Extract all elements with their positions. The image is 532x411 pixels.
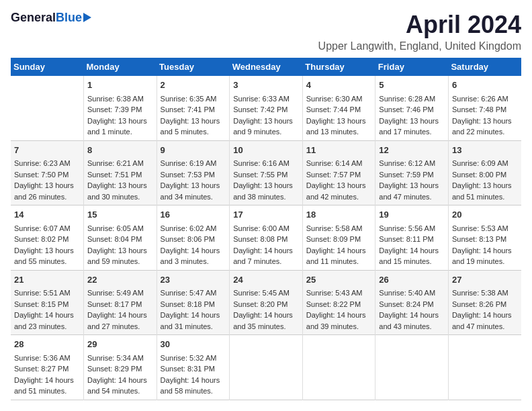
daylight-text: Daylight: 13 hours and 55 minutes. <box>14 246 74 266</box>
sunrise-text: Sunrise: 6:33 AM <box>233 95 290 103</box>
calendar-cell: 25Sunrise: 5:43 AMSunset: 8:22 PMDayligh… <box>302 270 375 335</box>
calendar-cell: 14Sunrise: 6:07 AMSunset: 8:02 PMDayligh… <box>11 205 84 271</box>
calendar-cell: 17Sunrise: 6:00 AMSunset: 8:08 PMDayligh… <box>230 205 303 271</box>
calendar-cell: 19Sunrise: 5:56 AMSunset: 8:11 PMDayligh… <box>375 205 449 271</box>
day-number: 11 <box>306 144 372 157</box>
day-number: 16 <box>161 208 226 222</box>
calendar-cell: 5Sunrise: 6:28 AMSunset: 7:46 PMDaylight… <box>375 76 449 140</box>
sunset-text: Sunset: 8:22 PM <box>306 300 361 308</box>
day-number: 29 <box>87 338 153 351</box>
sunrise-text: Sunrise: 6:02 AM <box>161 224 217 232</box>
sunset-text: Sunset: 7:48 PM <box>452 105 506 113</box>
calendar-table: SundayMondayTuesdayWednesdayThursdayFrid… <box>11 58 521 400</box>
calendar-cell: 10Sunrise: 6:16 AMSunset: 7:55 PMDayligh… <box>230 140 303 205</box>
day-number: 4 <box>306 79 372 92</box>
sunset-text: Sunset: 8:24 PM <box>379 300 433 308</box>
daylight-text: Daylight: 13 hours and 17 minutes. <box>379 117 439 136</box>
calendar-cell: 4Sunrise: 6:30 AMSunset: 7:44 PMDaylight… <box>302 76 375 140</box>
sunset-text: Sunset: 7:51 PM <box>87 171 142 179</box>
sunrise-text: Sunrise: 5:36 AM <box>14 354 71 362</box>
day-number: 13 <box>452 144 518 157</box>
calendar-cell: 9Sunrise: 6:19 AMSunset: 7:53 PMDaylight… <box>157 140 230 205</box>
day-number: 5 <box>379 79 445 92</box>
daylight-text: Daylight: 13 hours and 22 minutes. <box>452 117 512 136</box>
daylight-text: Daylight: 14 hours and 31 minutes. <box>161 311 220 330</box>
day-number: 19 <box>379 208 445 222</box>
logo-blue: Blue <box>56 11 82 25</box>
title-section: April 2024 Upper Langwith, England, Unit… <box>318 11 521 52</box>
daylight-text: Daylight: 13 hours and 51 minutes. <box>452 181 512 201</box>
day-number: 25 <box>306 273 372 287</box>
daylight-text: Daylight: 14 hours and 51 minutes. <box>14 376 74 396</box>
calendar-week-row: 28Sunrise: 5:36 AMSunset: 8:27 PMDayligh… <box>11 335 521 400</box>
sunrise-text: Sunrise: 6:35 AM <box>161 95 217 103</box>
calendar-header-thursday: Thursday <box>302 58 375 76</box>
sunrise-text: Sunrise: 6:16 AM <box>233 159 290 167</box>
daylight-text: Daylight: 14 hours and 23 minutes. <box>14 311 74 330</box>
day-number: 10 <box>233 144 299 157</box>
sunset-text: Sunset: 8:00 PM <box>452 171 506 179</box>
calendar-cell: 1Sunrise: 6:38 AMSunset: 7:39 PMDaylight… <box>84 76 157 140</box>
daylight-text: Daylight: 14 hours and 27 minutes. <box>87 311 147 330</box>
calendar-cell: 29Sunrise: 5:34 AMSunset: 8:29 PMDayligh… <box>84 335 157 400</box>
sunset-text: Sunset: 8:18 PM <box>161 300 215 308</box>
calendar-cell: 26Sunrise: 5:40 AMSunset: 8:24 PMDayligh… <box>375 270 449 335</box>
daylight-text: Daylight: 14 hours and 58 minutes. <box>161 376 220 396</box>
calendar-cell: 3Sunrise: 6:33 AMSunset: 7:42 PMDaylight… <box>230 76 303 140</box>
day-number: 3 <box>233 79 299 92</box>
sunrise-text: Sunrise: 5:45 AM <box>233 289 290 297</box>
sunset-text: Sunset: 8:08 PM <box>233 235 287 243</box>
calendar-header-saturday: Saturday <box>448 58 521 76</box>
sunrise-text: Sunrise: 6:00 AM <box>233 224 290 232</box>
sunset-text: Sunset: 7:41 PM <box>161 105 215 113</box>
day-number: 2 <box>161 79 226 92</box>
sunset-text: Sunset: 8:13 PM <box>452 235 506 243</box>
day-number: 17 <box>233 208 299 222</box>
calendar-week-row: 1Sunrise: 6:38 AMSunset: 7:39 PMDaylight… <box>11 76 521 140</box>
calendar-header-row: SundayMondayTuesdayWednesdayThursdayFrid… <box>11 58 521 76</box>
calendar-cell: 22Sunrise: 5:49 AMSunset: 8:17 PMDayligh… <box>84 270 157 335</box>
sunset-text: Sunset: 8:26 PM <box>452 300 506 308</box>
daylight-text: Daylight: 13 hours and 1 minute. <box>87 117 147 136</box>
sunrise-text: Sunrise: 6:19 AM <box>161 159 217 167</box>
sunset-text: Sunset: 7:46 PM <box>379 105 433 113</box>
daylight-text: Daylight: 14 hours and 7 minutes. <box>233 246 293 266</box>
calendar-header-sunday: Sunday <box>11 58 84 76</box>
daylight-text: Daylight: 14 hours and 43 minutes. <box>379 311 439 330</box>
sunrise-text: Sunrise: 6:38 AM <box>87 95 144 103</box>
day-number: 6 <box>452 79 518 92</box>
day-number: 28 <box>14 338 80 351</box>
sunrise-text: Sunrise: 5:58 AM <box>306 224 363 232</box>
sunrise-text: Sunrise: 5:47 AM <box>161 289 217 297</box>
calendar-cell: 20Sunrise: 5:53 AMSunset: 8:13 PMDayligh… <box>448 205 521 271</box>
sunrise-text: Sunrise: 6:09 AM <box>452 159 508 167</box>
sunrise-text: Sunrise: 5:43 AM <box>306 289 363 297</box>
sunset-text: Sunset: 8:06 PM <box>161 235 215 243</box>
calendar-week-row: 21Sunrise: 5:51 AMSunset: 8:15 PMDayligh… <box>11 270 521 335</box>
sunset-text: Sunset: 8:17 PM <box>87 300 142 308</box>
daylight-text: Daylight: 14 hours and 47 minutes. <box>452 311 512 330</box>
logo-general: General <box>11 11 56 25</box>
daylight-text: Daylight: 13 hours and 9 minutes. <box>233 117 293 136</box>
sunrise-text: Sunrise: 5:40 AM <box>379 289 435 297</box>
sunrise-text: Sunrise: 5:56 AM <box>379 224 435 232</box>
calendar-cell: 13Sunrise: 6:09 AMSunset: 8:00 PMDayligh… <box>448 140 521 205</box>
day-number: 9 <box>161 144 226 157</box>
sunset-text: Sunset: 8:29 PM <box>87 365 142 373</box>
day-number: 22 <box>87 273 153 287</box>
day-number: 21 <box>14 273 80 287</box>
calendar-cell: 16Sunrise: 6:02 AMSunset: 8:06 PMDayligh… <box>157 205 230 271</box>
calendar-cell: 12Sunrise: 6:12 AMSunset: 7:59 PMDayligh… <box>375 140 449 205</box>
sunset-text: Sunset: 7:59 PM <box>379 171 433 179</box>
daylight-text: Daylight: 14 hours and 3 minutes. <box>161 246 220 266</box>
sunrise-text: Sunrise: 6:26 AM <box>452 95 508 103</box>
daylight-text: Daylight: 14 hours and 54 minutes. <box>87 376 147 396</box>
sunrise-text: Sunrise: 6:28 AM <box>379 95 435 103</box>
sunset-text: Sunset: 8:15 PM <box>14 300 69 308</box>
month-title: April 2024 <box>318 11 521 39</box>
sunrise-text: Sunrise: 5:49 AM <box>87 289 144 297</box>
daylight-text: Daylight: 14 hours and 35 minutes. <box>233 311 293 330</box>
logo-arrow-icon <box>83 13 91 22</box>
calendar-cell: 24Sunrise: 5:45 AMSunset: 8:20 PMDayligh… <box>230 270 303 335</box>
calendar-header-friday: Friday <box>375 58 449 76</box>
